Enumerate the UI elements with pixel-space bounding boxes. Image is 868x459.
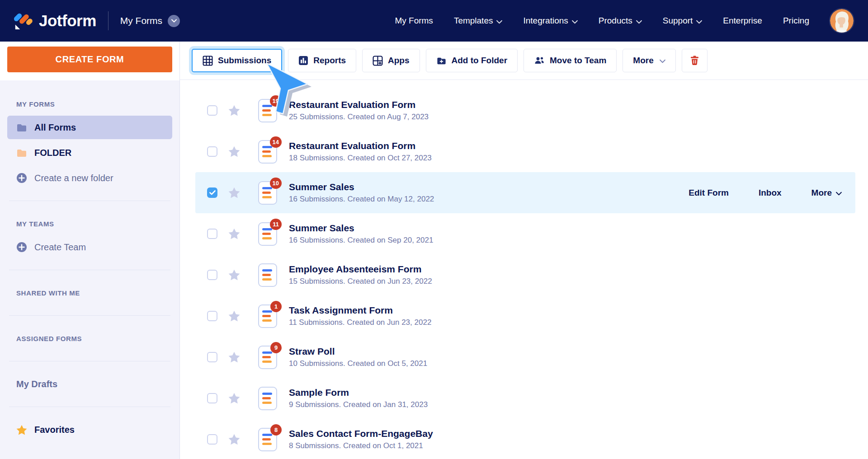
form-row[interactable]: 8Sales Contact Form-EngageBay8 Submissio… xyxy=(195,419,855,459)
sidebar-item-create-team[interactable]: Create Team xyxy=(7,235,172,259)
form-meta: 11 Submissions. Created on Jun 23, 2022 xyxy=(289,318,431,327)
inbox-action[interactable]: Inbox xyxy=(759,188,782,198)
header-separator xyxy=(108,11,108,30)
unread-count-badge: 14 xyxy=(270,136,282,148)
unread-count-badge: 10 xyxy=(270,178,282,189)
row-checkbox[interactable] xyxy=(207,229,217,239)
sidebar-section-assigned-forms: ASSIGNED FORMS xyxy=(7,327,172,350)
favorite-star-icon[interactable] xyxy=(228,187,240,198)
row-checkbox[interactable] xyxy=(207,434,217,445)
form-meta: 8 Submissions. Created on Oct 1, 2021 xyxy=(289,441,433,450)
row-checkbox[interactable] xyxy=(207,270,217,280)
row-checkbox[interactable] xyxy=(207,105,217,116)
more-button[interactable]: More xyxy=(623,49,675,72)
chevron-down-icon xyxy=(660,56,665,66)
jotform-logo[interactable]: Jotform xyxy=(14,10,96,31)
form-title[interactable]: Restaurant Evaluation Form xyxy=(289,141,432,151)
workspace-label: My Forms xyxy=(120,15,162,26)
nav-item-integrations[interactable]: Integrations xyxy=(523,15,577,26)
apps-button[interactable]: Apps xyxy=(362,49,420,72)
sidebar-item-create-a-new-folder[interactable]: Create a new folder xyxy=(7,166,172,190)
chevron-down-icon xyxy=(696,16,702,26)
row-checkbox[interactable] xyxy=(207,187,217,198)
nav-item-label: Enterprise xyxy=(723,16,762,26)
favorite-star-icon[interactable] xyxy=(228,269,240,281)
form-row[interactable]: 10Summer Sales16 Submissions. Created on… xyxy=(195,172,855,213)
nav-item-products[interactable]: Products xyxy=(599,15,642,26)
delete-button[interactable] xyxy=(682,49,708,72)
workspace-switcher[interactable]: My Forms xyxy=(120,15,180,27)
toolbar-button-label: Reports xyxy=(313,56,346,66)
create-form-button[interactable]: CREATE FORM xyxy=(7,47,172,72)
sidebar-divider xyxy=(9,315,170,316)
nav-item-my-forms[interactable]: My Forms xyxy=(395,16,433,26)
form-title[interactable]: Straw Poll xyxy=(289,346,427,357)
row-checkbox[interactable] xyxy=(207,393,217,403)
favorite-star-icon[interactable] xyxy=(228,146,240,157)
team-icon xyxy=(534,56,545,66)
form-row[interactable]: 19Restaurant Evaluation Form25 Submissio… xyxy=(195,90,855,131)
sidebar-divider xyxy=(9,361,170,361)
form-title[interactable]: Summer Sales xyxy=(289,223,433,234)
sidebar-item-folder[interactable]: FOLDER xyxy=(7,141,172,164)
sidebar-divider xyxy=(9,407,170,407)
toolbar-button-label: Apps xyxy=(388,56,410,66)
form-row[interactable]: Employee Absenteeism Form15 Submissions.… xyxy=(195,254,855,295)
form-row[interactable]: Sample Form9 Submissions. Created on Jan… xyxy=(195,378,855,419)
nav-item-label: My Forms xyxy=(395,16,433,26)
nav-item-label: Templates xyxy=(454,16,493,26)
sidebar-item-favorites[interactable]: Favorites xyxy=(7,418,172,441)
unread-count-badge: 19 xyxy=(270,95,282,107)
row-checkbox[interactable] xyxy=(207,352,217,362)
row-checkbox[interactable] xyxy=(207,146,217,157)
nav-item-templates[interactable]: Templates xyxy=(454,15,503,26)
nav-item-pricing[interactable]: Pricing xyxy=(783,16,809,26)
create-form-strip: CREATE FORM xyxy=(0,42,179,80)
form-title[interactable]: Sales Contact Form-EngageBay xyxy=(289,428,433,439)
main-panel: SubmissionsReportsAppsAdd to FolderMove … xyxy=(180,42,868,459)
sidebar-item-my-drafts[interactable]: My Drafts xyxy=(7,372,172,396)
favorite-star-icon[interactable] xyxy=(228,351,240,363)
sidebar-divider xyxy=(9,270,170,270)
row-actions: Edit FormInboxMore xyxy=(689,188,842,198)
unread-count-badge: 9 xyxy=(270,342,282,353)
form-title[interactable]: Sample Form xyxy=(289,387,428,398)
form-row[interactable]: 1Task Assignment Form11 Submissions. Cre… xyxy=(195,295,855,337)
row-checkbox[interactable] xyxy=(207,311,217,321)
reports-button[interactable]: Reports xyxy=(288,49,356,72)
form-document-icon xyxy=(258,263,277,287)
toolbar-button-label: Submissions xyxy=(218,56,271,66)
submissions-button[interactable]: Submissions xyxy=(192,49,282,72)
add-to-folder-button[interactable]: Add to Folder xyxy=(426,49,518,72)
form-meta: 9 Submissions. Created on Jan 31, 2023 xyxy=(289,400,428,409)
form-title[interactable]: Summer Sales xyxy=(289,182,434,192)
favorite-star-icon[interactable] xyxy=(228,310,240,322)
form-title[interactable]: Employee Absenteeism Form xyxy=(289,264,432,275)
bar-chart-icon xyxy=(298,56,308,66)
sidebar-list: MY FORMSAll FormsFOLDERCreate a new fold… xyxy=(0,80,179,443)
sidebar-section-shared-with-me: SHARED WITH ME xyxy=(7,281,172,304)
nav-item-support[interactable]: Support xyxy=(663,15,703,26)
folder-plus-icon xyxy=(436,56,447,66)
form-title[interactable]: Restaurant Evaluation Form xyxy=(289,99,429,110)
form-document-icon: 14 xyxy=(258,140,277,164)
favorite-star-icon[interactable] xyxy=(228,393,240,404)
more-action[interactable]: More xyxy=(811,188,842,198)
edit-form-action[interactable]: Edit Form xyxy=(689,188,729,198)
nav-item-enterprise[interactable]: Enterprise xyxy=(723,16,762,26)
table-grid-icon xyxy=(203,56,213,66)
form-title[interactable]: Task Assignment Form xyxy=(289,305,431,316)
nav-item-label: Support xyxy=(663,16,693,26)
form-row[interactable]: 14Restaurant Evaluation Form18 Submissio… xyxy=(195,131,855,172)
favorite-star-icon[interactable] xyxy=(228,105,240,116)
sidebar-divider xyxy=(9,201,170,201)
chevron-down-icon xyxy=(836,188,842,198)
sidebar-item-all-forms[interactable]: All Forms xyxy=(7,116,172,139)
favorite-star-icon[interactable] xyxy=(228,434,240,445)
favorite-star-icon[interactable] xyxy=(228,228,240,239)
form-row[interactable]: 9Straw Poll10 Submissions. Created on Oc… xyxy=(195,337,855,378)
form-row[interactable]: 11Summer Sales16 Submissions. Created on… xyxy=(195,213,855,254)
apps-grid-icon xyxy=(373,56,383,66)
user-avatar[interactable] xyxy=(829,8,854,33)
move-to-team-button[interactable]: Move to Team xyxy=(524,49,617,72)
